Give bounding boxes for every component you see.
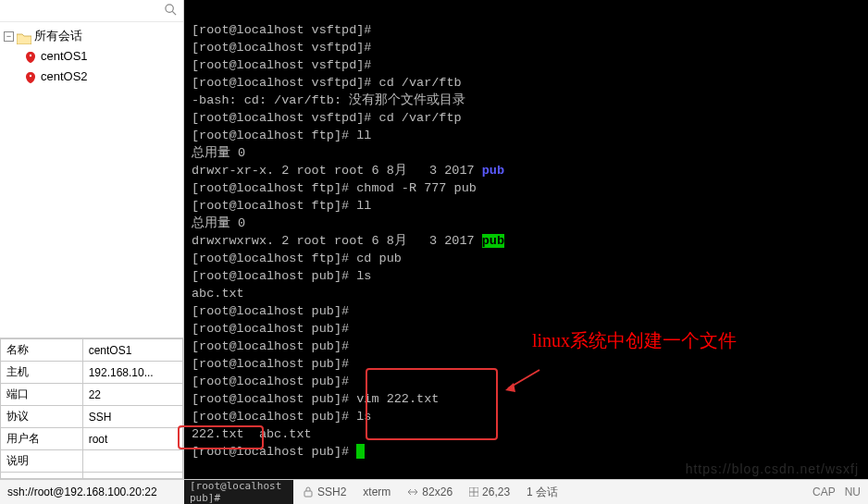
svg-rect-6 [304, 491, 312, 497]
folder-icon [17, 31, 31, 43]
size-icon [407, 487, 418, 497]
tree-root-label: 所有会话 [34, 26, 82, 46]
grid-icon [469, 487, 478, 497]
status-protocol: SSH2 [303, 486, 346, 498]
tree-collapse-icon[interactable]: − [4, 31, 14, 42]
annotation-arrow [504, 368, 541, 396]
session-icon [24, 70, 37, 83]
dir-pub-highlighted: pub [482, 234, 504, 248]
prop-row-port: 端口22 [1, 384, 183, 406]
status-connection: ssh://root@192.168.100.20:22 [0, 486, 184, 498]
svg-line-1 [172, 11, 176, 15]
status-dark-strip: [root@localhost pub]# [184, 480, 293, 504]
status-session-count: 1 会话 [527, 485, 558, 500]
search-icon[interactable] [164, 3, 178, 19]
prop-row-name: 名称centOS1 [1, 339, 183, 362]
terminal[interactable]: [root@localhost vsftpd]# [root@localhost… [184, 0, 868, 479]
session-sidebar: − 所有会话 centOS1 centOS2 名 [0, 0, 184, 479]
annotation-text: linux系统中创建一个文件 [532, 328, 737, 353]
session-properties: 名称centOS1 主机192.168.10... 端口22 协议SSH 用户名… [0, 338, 183, 479]
status-term: xterm [363, 486, 391, 498]
search-row [0, 0, 183, 22]
status-bar: ssh://root@192.168.100.20:22 [root@local… [0, 479, 868, 504]
session-item-centos2[interactable]: centOS2 [2, 67, 181, 87]
svg-point-0 [166, 4, 173, 11]
prop-row-proto: 协议SSH [1, 406, 183, 428]
prop-row-desc: 说明 [1, 450, 183, 473]
prop-row-host: 主机192.168.10... [1, 362, 183, 384]
svg-point-3 [30, 75, 31, 77]
watermark: https://blog.csdn.net/wsxfj [686, 461, 859, 476]
status-num: NU [845, 486, 861, 498]
session-label: centOS2 [41, 67, 88, 87]
tree-root-all-sessions[interactable]: − 所有会话 [2, 26, 181, 46]
status-cursor-pos: 26,23 [469, 486, 510, 498]
session-icon [24, 50, 37, 63]
lock-icon [303, 486, 314, 498]
session-tree: − 所有会话 centOS1 centOS2 [0, 22, 183, 91]
terminal-cursor [356, 444, 365, 459]
session-item-centos1[interactable]: centOS1 [2, 46, 181, 67]
prop-row-user: 用户名root [1, 428, 183, 450]
status-size: 82x26 [407, 486, 453, 498]
svg-point-2 [30, 55, 31, 56]
status-cap: CAP [812, 486, 836, 498]
session-label: centOS1 [41, 46, 88, 67]
dir-pub: pub [482, 164, 504, 178]
